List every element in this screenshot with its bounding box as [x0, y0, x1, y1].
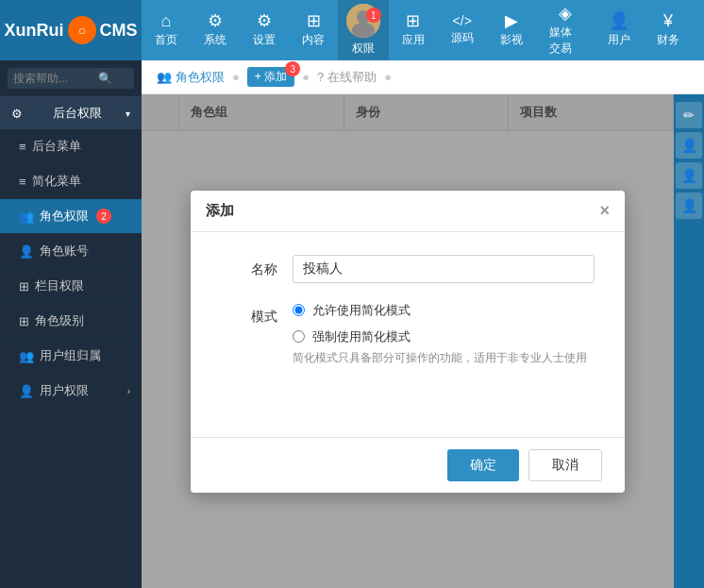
sidebar-item-user-group[interactable]: 👥 用户组归属 — [0, 339, 142, 374]
search-icon[interactable]: 🔍 — [98, 72, 112, 85]
radio-group: 允许使用简化模式 强制使用简化模式 — [293, 302, 595, 345]
form-row-name: 名称 — [221, 255, 595, 283]
sidebar-item-role-permission[interactable]: 👥 角色权限 2 — [0, 199, 142, 234]
breadcrumb-separator: ● — [232, 70, 240, 84]
group-icon: 👥 — [19, 349, 34, 363]
nav-label-home: 首页 — [155, 32, 177, 48]
sidebar-item-backend-menu[interactable]: ≡ 后台菜单 — [0, 129, 142, 164]
right-btn-user-3[interactable]: 👤 — [676, 193, 702, 219]
sidebar-item-column-permission[interactable]: ⊞ 栏目权限 — [0, 269, 142, 304]
system-icon: ⚙ — [208, 12, 223, 29]
sidebar: 🔍 ⚙ 后台权限 ▾ ≡ 后台菜单 ≡ 简化菜单 👥 角色权限 2 👤 角色账号… — [0, 60, 142, 588]
svg-point-4 — [352, 23, 375, 38]
nav-item-app[interactable]: ⊞ 应用 — [389, 0, 438, 60]
group-icon: 👥 — [157, 70, 172, 84]
nav-label-source: 源码 — [451, 30, 474, 46]
add-label: + 添加 — [255, 69, 287, 85]
nav-items: ⌂ 首页 ⚙ 系统 ⚙ 设置 ⊞ 内容 1 权限 ⊞ 应用 </> 源码 — [142, 0, 704, 60]
radio-allow-simple-input[interactable] — [293, 304, 305, 316]
sidebar-section-backend[interactable]: ⚙ 后台权限 ▾ — [0, 97, 142, 129]
finance-icon: ¥ — [663, 12, 673, 29]
logo-icon: ○ — [68, 16, 96, 44]
radio-allow-simple-label: 允许使用简化模式 — [312, 302, 411, 319]
nav-item-settings[interactable]: ⚙ 设置 — [240, 0, 289, 60]
search-input-wrap: 🔍 — [8, 68, 134, 89]
logo-text-cms: CMS — [100, 21, 138, 41]
nav-item-content[interactable]: ⊞ 内容 — [289, 0, 338, 60]
name-control — [293, 255, 595, 283]
right-btn-user-1[interactable]: 👤 — [676, 132, 702, 159]
nav-item-mini[interactable]: ⊡ 小程 — [693, 0, 704, 60]
app-icon: ⊞ — [406, 12, 420, 29]
radio-force-simple-label: 强制使用简化模式 — [312, 328, 411, 345]
sidebar-item-role-level[interactable]: ⊞ 角色级别 — [0, 304, 142, 339]
nav-item-permission[interactable]: 1 权限 — [338, 0, 389, 60]
breadcrumb-separator-3: ● — [384, 70, 392, 84]
name-input[interactable] — [293, 255, 595, 283]
sidebar-item-user-permission[interactable]: 👤 用户权限 › — [0, 374, 142, 409]
breadcrumb: 👥 角色权限 ● + 添加 3 ● ? 在线帮助 ● — [142, 60, 704, 94]
nav-label-permission: 权限 — [352, 41, 375, 57]
user-icon: 👤 — [19, 384, 34, 398]
grid-icon: ⊞ — [19, 314, 29, 328]
form-hint: 简化模式只具备部分可操作的功能，适用于非专业人士使用 — [293, 349, 595, 367]
radio-force-simple: 强制使用简化模式 — [293, 328, 595, 345]
logo-area[interactable]: XunRui ○ CMS — [0, 0, 142, 60]
nav-item-source[interactable]: </> 源码 — [438, 0, 487, 60]
modal-title: 添加 — [206, 202, 234, 220]
permission-badge: 1 — [366, 8, 381, 23]
sidebar-item-label: 简化菜单 — [32, 173, 81, 190]
nav-label-system: 系统 — [204, 32, 226, 48]
sidebar-item-simple-menu[interactable]: ≡ 简化菜单 — [0, 164, 142, 199]
sidebar-item-label: 用户权限 — [40, 382, 89, 399]
nav-item-user[interactable]: 👤 用户 — [595, 0, 644, 60]
logo-text-xunrui: XunRui — [5, 21, 64, 41]
settings-icon: ⚙ — [257, 12, 272, 29]
right-btn-edit[interactable]: ✏ — [676, 102, 702, 128]
modal-overlay[interactable]: 添加 × 名称 模式 — [142, 94, 674, 588]
grid-icon: ⊞ — [19, 279, 29, 294]
sidebar-item-label: 用户组归属 — [40, 347, 101, 364]
right-btn-user-2[interactable]: 👤 — [676, 162, 702, 189]
radio-force-simple-input[interactable] — [293, 330, 305, 343]
breadcrumb-help[interactable]: ? 在线帮助 — [317, 69, 377, 86]
nav-item-home[interactable]: ⌂ 首页 — [142, 0, 191, 60]
sidebar-item-label: 角色权限 — [40, 208, 89, 225]
nav-label-video: 影视 — [500, 32, 523, 48]
content-icon: ⊞ — [307, 12, 321, 29]
sidebar-item-role-account[interactable]: 👤 角色账号 — [0, 234, 142, 269]
nav-item-system[interactable]: ⚙ 系统 — [191, 0, 240, 60]
chevron-right-icon: › — [127, 386, 130, 396]
nav-label-app: 应用 — [402, 32, 425, 48]
breadcrumb-label: 角色权限 — [176, 69, 225, 86]
nav-item-media[interactable]: ◈ 媒体交易 — [536, 0, 595, 60]
add-badge: 3 — [285, 61, 300, 76]
confirm-button[interactable]: 确定 — [447, 449, 519, 481]
breadcrumb-separator-2: ● — [302, 70, 310, 84]
form-row-mode: 模式 允许使用简化模式 — [221, 302, 595, 367]
content-area: 👥 角色权限 ● + 添加 3 ● ? 在线帮助 ● 角色组 身份 — [142, 60, 704, 588]
logo: XunRui ○ CMS — [5, 16, 138, 44]
breadcrumb-add-button[interactable]: + 添加 3 — [247, 67, 294, 87]
chevron-down-icon: ▾ — [126, 109, 130, 119]
media-icon: ◈ — [559, 5, 572, 22]
nav-label-media: 媒体交易 — [549, 25, 581, 57]
search-input[interactable] — [13, 72, 98, 85]
breadcrumb-item-role-permission[interactable]: 👥 角色权限 — [157, 69, 225, 86]
modal-close-button[interactable]: × — [599, 202, 610, 219]
help-label: 在线帮助 — [327, 69, 377, 86]
modal-footer: 确定 取消 — [191, 437, 625, 493]
search-box: 🔍 — [0, 60, 142, 97]
question-icon: ? — [317, 70, 324, 84]
modal-dialog: 添加 × 名称 模式 — [191, 191, 625, 493]
modal-body: 名称 模式 — [191, 232, 625, 437]
top-nav: XunRui ○ CMS ⌂ 首页 ⚙ 系统 ⚙ 设置 ⊞ 内容 1 — [0, 0, 704, 60]
sidebar-item-label: 栏目权限 — [35, 277, 84, 294]
cancel-button[interactable]: 取消 — [528, 449, 602, 481]
sidebar-item-label: 后台菜单 — [32, 138, 81, 155]
nav-label-settings: 设置 — [253, 32, 276, 48]
video-icon: ▶ — [505, 12, 518, 29]
nav-item-video[interactable]: ▶ 影视 — [487, 0, 536, 60]
right-panel: ✏ 👤 👤 👤 — [674, 94, 704, 588]
nav-item-finance[interactable]: ¥ 财务 — [644, 0, 693, 60]
